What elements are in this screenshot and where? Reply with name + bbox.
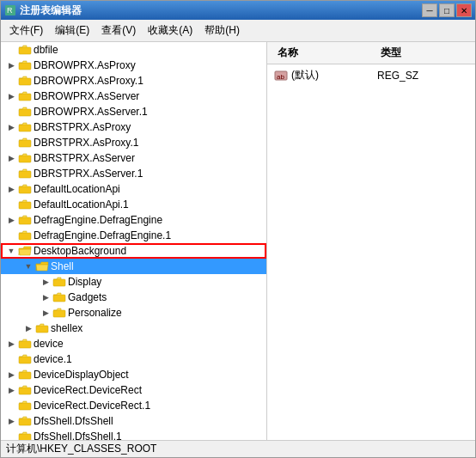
tree-item[interactable]: ▶DBROWPRX.AsServer: [1, 89, 266, 104]
tree-item[interactable]: ▶Display: [1, 274, 266, 290]
tree-item[interactable]: DBROWPRX.AsServer.1: [1, 104, 266, 119]
menu-item-编辑(E)[interactable]: 编辑(E): [50, 21, 95, 40]
tree-expander[interactable]: ▶: [4, 382, 18, 398]
folder-icon: [18, 137, 32, 149]
tree-item-label: DBRSTPRX.AsServer.1: [34, 168, 143, 180]
menu-item-查看(V)[interactable]: 查看(V): [96, 21, 141, 40]
tree-item[interactable]: ▶Personalize: [1, 305, 266, 321]
tree-item[interactable]: ▶DfsShell.DfsShell: [1, 413, 266, 429]
tree-expander[interactable]: [4, 351, 18, 367]
tree-expander[interactable]: ▶: [4, 367, 18, 382]
tree-expander[interactable]: ▶: [39, 274, 52, 290]
tree-expander[interactable]: ▶: [4, 58, 18, 73]
folder-icon-wrapper: [35, 322, 49, 334]
folder-icon-wrapper: [18, 75, 32, 87]
tree-item[interactable]: DBRSTPRX.AsProxy.1: [1, 135, 266, 150]
svg-text:ab: ab: [277, 73, 284, 81]
tree-item[interactable]: ▶DBRSTPRX.AsServer: [1, 150, 266, 166]
col-type: 类型: [374, 44, 442, 62]
folder-icon-wrapper: [52, 291, 66, 303]
menu-item-帮助(H)[interactable]: 帮助(H): [199, 21, 245, 40]
tree-expander[interactable]: ▼: [21, 259, 35, 274]
menu-item-文件(F)[interactable]: 文件(F): [4, 21, 48, 40]
tree-expander[interactable]: [4, 135, 18, 150]
folder-icon: [18, 229, 32, 241]
col-name: 名称: [271, 44, 374, 62]
folder-icon: [18, 214, 32, 226]
tree-item-label: device: [34, 338, 64, 350]
tree-expander[interactable]: ▶: [4, 413, 18, 429]
tree-item[interactable]: ▶DBRSTPRX.AsProxy: [1, 119, 266, 135]
folder-icon: [18, 400, 32, 412]
tree-item-label: DBROWPRX.AsServer.1: [34, 106, 148, 118]
tree-item[interactable]: ▼Shell: [1, 259, 266, 274]
tree-item[interactable]: DBROWPRX.AsProxy.1: [1, 73, 266, 89]
tree-item[interactable]: dbfile: [1, 42, 266, 58]
right-pane[interactable]: 名称 类型 ab (默认) REG_SZ: [267, 42, 475, 440]
left-pane[interactable]: dbfile▶DBROWPRX.AsProxyDBROWPRX.AsProxy.…: [1, 42, 267, 440]
tree-expander[interactable]: ▶: [4, 181, 18, 197]
svg-rect-24: [19, 418, 31, 425]
tree-expander[interactable]: ▶: [39, 290, 52, 305]
tree-item[interactable]: ▶DefragEngine.DefragEngine: [1, 212, 266, 228]
tree-item[interactable]: ▼DesktopBackground: [1, 243, 266, 259]
tree-expander[interactable]: [4, 429, 18, 440]
tree-expander[interactable]: [4, 42, 18, 58]
tree-expander[interactable]: [4, 228, 18, 243]
tree-expander[interactable]: [4, 197, 18, 212]
tree-expander[interactable]: [4, 73, 18, 89]
folder-icon: [52, 291, 66, 303]
tree-expander[interactable]: ▼: [4, 243, 18, 259]
tree-item[interactable]: ▶DefaultLocationApi: [1, 181, 266, 197]
tree-expander[interactable]: [4, 104, 18, 119]
tree-item-label: DefaultLocationApi: [34, 183, 120, 195]
svg-rect-15: [53, 279, 65, 286]
tree-expander[interactable]: ▶: [4, 336, 18, 351]
svg-rect-3: [19, 63, 31, 70]
tree-item[interactable]: ▶DBROWPRX.AsProxy: [1, 58, 266, 73]
folder-icon: [35, 260, 49, 272]
tree-expander[interactable]: [4, 166, 18, 181]
registry-entry-row[interactable]: ab (默认) REG_SZ: [267, 64, 475, 86]
tree-expander[interactable]: ▶: [4, 89, 18, 104]
tree-item[interactable]: ▶shellex: [1, 321, 266, 336]
folder-icon: [18, 245, 32, 257]
folder-icon-wrapper: [18, 353, 32, 365]
tree-item[interactable]: DeviceRect.DeviceRect.1: [1, 398, 266, 413]
tree-item-label: DeviceRect.DeviceRect.1: [34, 400, 150, 412]
minimize-button[interactable]: ─: [422, 3, 437, 17]
tree-item[interactable]: DfsShell.DfsShell.1: [1, 429, 266, 440]
tree-expander[interactable]: ▶: [4, 150, 18, 166]
tree-item[interactable]: device.1: [1, 351, 266, 367]
app-icon: R: [4, 4, 16, 16]
folder-icon-wrapper: [18, 198, 32, 211]
tree-item[interactable]: ▶DeviceRect.DeviceRect: [1, 382, 266, 398]
close-button[interactable]: ✕: [456, 3, 472, 17]
tree-item[interactable]: DefragEngine.DefragEngine.1: [1, 228, 266, 243]
folder-icon-wrapper: [18, 121, 32, 133]
tree-item-label: device.1: [34, 353, 72, 365]
tree-expander[interactable]: ▶: [4, 119, 18, 135]
tree-item-label: DBRSTPRX.AsProxy.1: [34, 137, 138, 149]
maximize-button[interactable]: □: [439, 3, 455, 17]
folder-icon-wrapper: [18, 152, 32, 164]
tree-item-label: DBRSTPRX.AsProxy: [34, 121, 131, 133]
tree-expander[interactable]: ▶: [4, 212, 18, 228]
folder-icon: [35, 322, 49, 334]
entry-type: REG_SZ: [374, 68, 442, 83]
tree-item[interactable]: ▶Gadgets: [1, 290, 266, 305]
tree-item-label: DefragEngine.DefragEngine: [34, 214, 162, 226]
tree-item[interactable]: DefaultLocationApi.1: [1, 197, 266, 212]
tree-item[interactable]: ▶DeviceDisplayObject: [1, 367, 266, 382]
menu-item-收藏夹(A)[interactable]: 收藏夹(A): [143, 21, 198, 40]
tree-expander[interactable]: [4, 398, 18, 413]
tree-expander[interactable]: ▶: [39, 305, 52, 321]
tree-item[interactable]: ▶device: [1, 336, 266, 351]
tree-item-label: DesktopBackground: [34, 245, 126, 257]
folder-icon: [52, 276, 66, 288]
right-pane-header: 名称 类型: [267, 42, 475, 64]
tree-expander[interactable]: ▶: [21, 321, 35, 336]
tree-item[interactable]: DBRSTPRX.AsServer.1: [1, 166, 266, 181]
svg-rect-22: [19, 388, 31, 394]
entry-name: (默认): [291, 68, 319, 82]
